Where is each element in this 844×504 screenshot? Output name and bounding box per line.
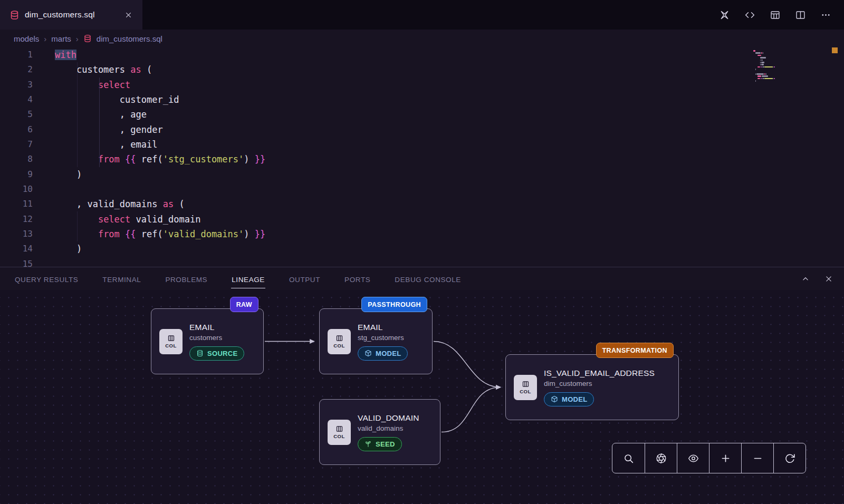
- sprout-icon: [365, 440, 372, 448]
- line-number: 1: [0, 47, 33, 62]
- columns-icon: [335, 334, 343, 342]
- breadcrumb-item-marts[interactable]: marts: [51, 34, 71, 43]
- panel-tab-terminal[interactable]: TERMINAL: [102, 269, 141, 288]
- panel-close-button[interactable]: [824, 274, 833, 284]
- column-chip: COL: [328, 329, 351, 354]
- lineage-canvas[interactable]: RAWCOLEMAILcustomersSOURCEPASSTHROUGHCOL…: [0, 290, 844, 504]
- panel-tab-lineage[interactable]: LINEAGE: [231, 269, 265, 288]
- code-token: [55, 80, 98, 90]
- code-token: , gender: [55, 124, 163, 135]
- breadcrumb-item-file[interactable]: dim_customers.sql: [97, 34, 162, 43]
- code-token: (: [174, 199, 184, 209]
- lineage-node-valid_domains[interactable]: COLVALID_DOMAINvalid_domainsSEED: [319, 399, 440, 465]
- code-line[interactable]: 1with: [0, 47, 844, 62]
- line-number: 2: [0, 62, 33, 77]
- code-text: from {{ ref('valid_domains') }}: [55, 227, 265, 241]
- chip-label: COL: [333, 433, 344, 439]
- code-token: from: [98, 154, 120, 164]
- code-token: [55, 154, 98, 164]
- search-button[interactable]: [612, 443, 645, 473]
- code-line[interactable]: 14 ): [0, 241, 844, 256]
- minimap-line: [753, 64, 808, 65]
- code-line[interactable]: 13 from {{ ref('valid_domains') }}: [0, 227, 844, 241]
- minimap-segment: [764, 66, 773, 68]
- chevron-right-icon: ›: [44, 34, 46, 43]
- code-text: , age: [55, 107, 147, 122]
- line-number: 4: [0, 92, 33, 107]
- code-line[interactable]: 12 select valid_domain: [0, 212, 844, 227]
- minimap-segment: [755, 69, 756, 70]
- minimap[interactable]: [753, 50, 808, 85]
- panel-collapse-button[interactable]: [801, 274, 810, 284]
- table-icon[interactable]: [770, 9, 781, 21]
- more-actions-icon[interactable]: [820, 9, 831, 21]
- badge-label: SOURCE: [207, 350, 237, 357]
- code-lines: 1with2 customers as (3 select4 customer_…: [0, 47, 844, 267]
- code-line[interactable]: 5 , age: [0, 107, 844, 122]
- code-text: customer_id: [55, 92, 179, 107]
- zoom-out-button[interactable]: [741, 443, 773, 473]
- node-title: VALID_DOMAIN: [358, 413, 419, 423]
- code-line[interactable]: 6 , gender: [0, 122, 844, 137]
- code-text: ): [55, 241, 82, 256]
- code-token: [55, 214, 98, 225]
- code-text: ): [55, 167, 82, 182]
- code-line[interactable]: 3 select: [0, 77, 844, 92]
- eye-icon: [688, 453, 699, 464]
- lineage-node-customers[interactable]: RAWCOLEMAILcustomersSOURCE: [151, 308, 264, 374]
- code-line[interactable]: 7 , email: [0, 137, 844, 152]
- panel-tab-query-results[interactable]: QUERY RESULTS: [14, 269, 79, 288]
- code-line[interactable]: 2 customers as (: [0, 62, 844, 77]
- panel-tab-list: QUERY RESULTSTERMINALPROBLEMSLINEAGEOUTP…: [14, 269, 462, 288]
- code-line[interactable]: 8 from {{ ref('stg_customers') }}: [0, 152, 844, 167]
- aperture-button[interactable]: [645, 443, 677, 473]
- node-title: IS_VALID_EMAIL_ADDRESS: [544, 369, 655, 378]
- breadcrumb-item-models[interactable]: models: [14, 34, 39, 43]
- code-line[interactable]: 11 , valid_domains as (: [0, 197, 844, 211]
- columns-icon: [335, 425, 343, 433]
- tab-close-icon[interactable]: [124, 11, 133, 20]
- line-number: 11: [0, 197, 33, 211]
- chip-label: COL: [165, 343, 176, 348]
- refresh-button[interactable]: [773, 443, 805, 473]
- minimap-segment: [762, 75, 769, 77]
- code-token: select: [98, 80, 130, 90]
- minimap-segment: [753, 57, 760, 59]
- minimap-line: [753, 69, 808, 70]
- chip-label: COL: [333, 343, 344, 348]
- zoom-in-button[interactable]: [709, 443, 741, 473]
- panel-tab-output[interactable]: OUTPUT: [289, 269, 321, 288]
- panel-tab-debug-console[interactable]: DEBUG CONSOLE: [394, 269, 462, 288]
- badge-label: SEED: [376, 440, 395, 448]
- code-token: [55, 229, 98, 239]
- column-chip: COL: [514, 375, 537, 400]
- code-text: with: [55, 47, 76, 62]
- code-line[interactable]: 4 customer_id: [0, 92, 844, 107]
- code-line[interactable]: 10: [0, 182, 844, 197]
- lineage-node-stg_customers[interactable]: PASSTHROUGHCOLEMAILstg_customersMODEL: [319, 308, 433, 374]
- lineage-node-dim_customers[interactable]: TRANSFORMATIONCOLIS_VALID_EMAIL_ADDRESSd…: [505, 354, 679, 420]
- panel-tab-problems[interactable]: PROBLEMS: [165, 269, 208, 288]
- node-text: VALID_DOMAINvalid_domainsSEED: [358, 413, 419, 451]
- minimap-line: [753, 73, 808, 75]
- code-icon[interactable]: [744, 9, 755, 21]
- column-chip: COL: [159, 329, 183, 354]
- refresh-icon: [784, 453, 795, 464]
- eye-button[interactable]: [677, 443, 709, 473]
- code-token: ): [55, 244, 82, 254]
- panel-tab-ports[interactable]: PORTS: [344, 269, 371, 288]
- code-editor[interactable]: 1with2 customers as (3 select4 customer_…: [0, 47, 844, 267]
- code-line[interactable]: 9 ): [0, 167, 844, 182]
- pinwheel-icon[interactable]: [719, 9, 730, 21]
- code-line[interactable]: 15: [0, 257, 844, 267]
- minimap-segment: [761, 60, 763, 61]
- split-editor-icon[interactable]: [795, 9, 806, 21]
- line-number: 9: [0, 167, 33, 182]
- editor-actions: [719, 0, 844, 30]
- editor-tab-dim-customers[interactable]: dim_customers.sql: [0, 0, 142, 30]
- indent-guide: [99, 77, 100, 167]
- panel-tab-label: QUERY RESULTS: [14, 269, 79, 288]
- panel-tab-label: OUTPUT: [289, 269, 321, 288]
- line-number: 15: [0, 257, 33, 267]
- line-number: 12: [0, 212, 33, 227]
